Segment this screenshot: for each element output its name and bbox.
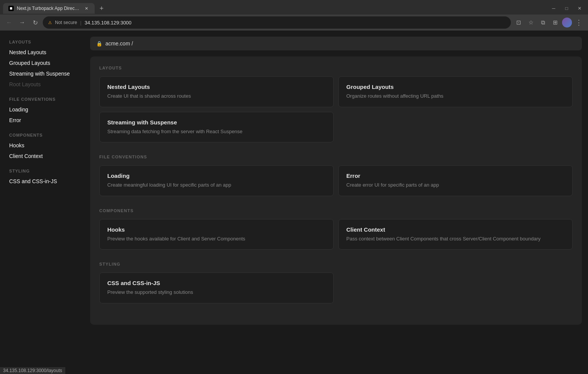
card-grouped-layouts[interactable]: Grouped Layouts Organize routes without … [338,76,573,107]
sidebar-item-client-context[interactable]: Client Context [6,151,78,161]
card-client-context-desc: Pass context between Client Components t… [346,235,565,243]
new-tab-button[interactable]: + [96,3,107,14]
sidebar-section-layouts: LAYOUTS Nested Layouts Grouped Layouts S… [6,40,78,89]
menu-icon[interactable]: ⋮ [573,17,584,28]
security-warning-icon: ⚠ [48,20,52,25]
card-css-title: CSS and CSS-in-JS [107,280,326,286]
profile-icon[interactable]: ⊞ [550,17,561,28]
address-separator: | [80,20,81,26]
browser-title-bar: Next.js Turbopack App Directory ✕ + ─ □ … [0,0,588,15]
tab-title: Next.js Turbopack App Directory [17,6,80,11]
card-loading-desc: Create meaningful loading UI for specifi… [107,181,326,189]
nav-icons-right: ⊡ ☆ ⧉ ⊞ ⋮ [513,17,584,28]
app-address-bar: 🔒 acme.com / [90,37,582,50]
address-bar[interactable]: ⚠ Not secure | 34.135.108.129:3000 [43,16,511,29]
card-hooks[interactable]: Hooks Preview the hooks available for Cl… [99,219,334,250]
sidebar-section-label-file-conventions: FILE CONVENTIONS [6,97,78,102]
extensions-icon[interactable]: ⧉ [538,17,548,28]
card-error[interactable]: Error Create error UI for specific parts… [338,165,573,196]
sidebar-section-label-components: COMPONENTS [6,133,78,137]
card-streaming[interactable]: Streaming with Suspense Streaming data f… [99,112,334,143]
sidebar-item-root-layouts[interactable]: Root Layouts [6,79,78,89]
address-url: 34.135.108.129:3000 [84,20,506,26]
user-avatar[interactable] [562,18,572,27]
forward-button[interactable]: → [17,17,27,28]
not-secure-label: Not secure [55,20,77,25]
sidebar-section-components: COMPONENTS Hooks Client Context [6,133,78,161]
card-hooks-title: Hooks [107,226,326,233]
tab-favicon [8,6,14,11]
sidebar-item-streaming[interactable]: Streaming with Suspense [6,69,78,79]
sidebar-section-label-styling: STYLING [6,169,78,173]
layouts-cards-grid: Nested Layouts Create UI that is shared … [99,76,573,142]
address-slash: / [131,40,133,47]
section-title-layouts: LAYOUTS [99,66,573,70]
back-button[interactable]: ← [4,17,15,28]
app-address-text: acme.com / [105,40,133,47]
minimize-button[interactable]: ─ [548,3,559,14]
tab-close-button[interactable]: ✕ [83,5,89,11]
refresh-button[interactable]: ↻ [30,17,40,28]
file-conventions-cards-grid: Loading Create meaningful loading UI for… [99,165,573,196]
star-icon[interactable]: ☆ [525,17,536,28]
card-css[interactable]: CSS and CSS-in-JS Preview the supported … [99,272,334,303]
sidebar: LAYOUTS Nested Layouts Grouped Layouts S… [0,31,84,374]
card-streaming-title: Streaming with Suspense [107,119,326,126]
card-nested-layouts-title: Nested Layouts [107,84,326,90]
card-grouped-layouts-title: Grouped Layouts [346,84,565,90]
address-domain: acme.com [105,40,130,47]
section-title-components: COMPONENTS [99,208,573,213]
components-cards-grid: Hooks Preview the hooks available for Cl… [99,219,573,250]
card-grouped-layouts-desc: Organize routes without affecting URL pa… [346,92,565,100]
card-nested-layouts-desc: Create UI that is shared across routes [107,92,326,100]
sidebar-section-styling: STYLING CSS and CSS-in-JS [6,169,78,186]
maximize-button[interactable]: □ [561,3,572,14]
cast-icon[interactable]: ⊡ [513,17,524,28]
browser-chrome: Next.js Turbopack App Directory ✕ + ─ □ … [0,0,588,31]
sidebar-item-css[interactable]: CSS and CSS-in-JS [6,176,78,186]
card-error-desc: Create error UI for specific parts of an… [346,181,565,189]
card-client-context[interactable]: Client Context Pass context between Clie… [338,219,573,250]
status-bar: 34.135.108.129:3000/layouts [0,367,65,374]
sidebar-item-error[interactable]: Error [6,115,78,125]
card-streaming-desc: Streaming data fetching from the server … [107,128,326,135]
card-nested-layouts[interactable]: Nested Layouts Create UI that is shared … [99,76,334,107]
card-css-desc: Preview the supported styling solutions [107,289,326,296]
sidebar-section-label-layouts: LAYOUTS [6,40,78,44]
section-title-styling: STYLING [99,262,573,266]
sidebar-item-grouped-layouts[interactable]: Grouped Layouts [6,58,78,68]
browser-nav-bar: ← → ↻ ⚠ Not secure | 34.135.108.129:3000… [0,15,588,31]
card-loading-title: Loading [107,172,326,179]
sidebar-item-nested-layouts[interactable]: Nested Layouts [6,47,78,57]
close-window-button[interactable]: ✕ [574,3,585,14]
sidebar-item-hooks[interactable]: Hooks [6,140,78,150]
lock-icon: 🔒 [96,41,102,47]
card-hooks-desc: Preview the hooks available for Client a… [107,235,326,243]
main-content: 🔒 acme.com / LAYOUTS Nested Layouts Crea… [84,31,588,374]
browser-tab[interactable]: Next.js Turbopack App Directory ✕ [3,3,95,14]
section-title-file-conventions: FILE CONVENTIONS [99,155,573,159]
app-container: LAYOUTS Nested Layouts Grouped Layouts S… [0,31,588,374]
card-error-title: Error [346,172,565,179]
card-client-context-title: Client Context [346,226,565,233]
styling-cards-grid: CSS and CSS-in-JS Preview the supported … [99,272,573,303]
sidebar-section-file-conventions: FILE CONVENTIONS Loading Error [6,97,78,125]
card-loading[interactable]: Loading Create meaningful loading UI for… [99,165,334,196]
content-panel: LAYOUTS Nested Layouts Create UI that is… [90,56,582,325]
status-bar-url: 34.135.108.129:3000/layouts [3,368,62,373]
sidebar-item-loading[interactable]: Loading [6,105,78,114]
